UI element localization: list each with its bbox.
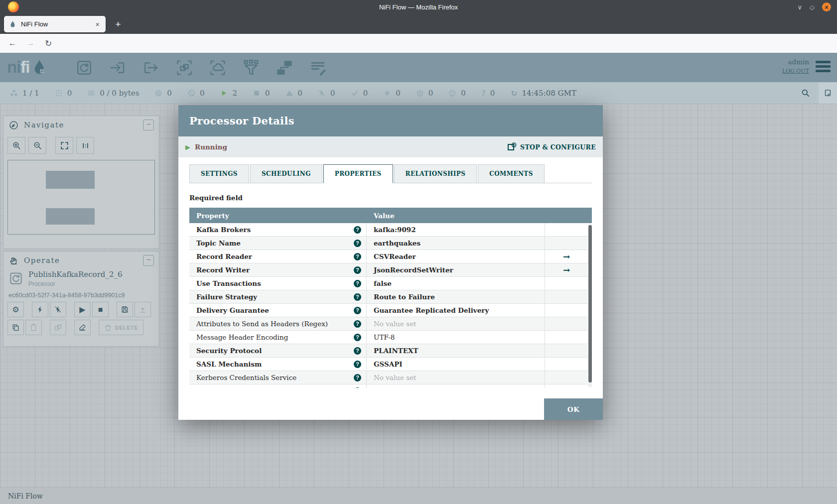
locally-modified-stale-status: 0 <box>448 89 466 98</box>
property-value: JsonRecordSetWriter <box>374 266 453 274</box>
column-property: Property <box>189 212 367 220</box>
property-row: Message Header Encoding?UTF-8 <box>189 331 588 344</box>
window-close-button[interactable]: × <box>822 2 831 11</box>
running-status-icon: ▶ <box>185 143 190 151</box>
nifi-logo: nifi <box>7 58 48 77</box>
back-button[interactable]: ← <box>6 37 19 49</box>
scrollbar-thumb[interactable] <box>588 225 592 382</box>
property-name: Attributes to Send as Headers (Regex) <box>196 320 354 328</box>
property-name: Kerberos Service Name <box>196 387 354 388</box>
property-value: UTF-8 <box>374 333 395 341</box>
flow-canvas[interactable]: Navigate − <box>0 104 837 504</box>
last-refresh: ↻ 14:45:08 GMT <box>510 88 576 98</box>
property-name: Failure Strategy <box>196 293 354 301</box>
drag-process-group-icon[interactable] <box>175 58 194 77</box>
tab-settings[interactable]: SETTINGS <box>189 164 249 183</box>
help-icon[interactable]: ? <box>354 307 361 314</box>
queued-icon <box>87 89 95 97</box>
stale-status: 0 <box>416 89 433 98</box>
dialog-title: Processor Details <box>178 105 603 136</box>
refresh-icon[interactable]: ↻ <box>510 88 517 98</box>
drag-funnel-icon[interactable] <box>242 58 261 77</box>
help-icon[interactable]: ? <box>354 387 361 388</box>
property-name: Delivery Guarantee <box>196 306 354 314</box>
property-name: Record Writer <box>196 266 354 274</box>
browser-tab-bar: NiFi Flow × + <box>0 14 837 34</box>
property-row: Kerberos Service Name?No value set <box>189 384 588 388</box>
help-icon[interactable]: ? <box>354 293 361 301</box>
window-minimize-button[interactable]: ∨ <box>797 4 802 10</box>
property-row: Kerberos Credentials Service?No value se… <box>189 371 588 384</box>
ok-button[interactable]: OK <box>544 398 603 420</box>
help-icon[interactable]: ? <box>354 266 361 274</box>
search-icon[interactable] <box>801 88 810 98</box>
help-icon[interactable]: ? <box>354 253 361 260</box>
drag-output-port-icon[interactable] <box>141 58 160 77</box>
drag-label-icon[interactable] <box>308 58 327 77</box>
property-value: false <box>374 279 392 287</box>
property-row: SASL Mechanism?GSSAPI <box>189 358 588 371</box>
cluster-icon <box>10 89 18 97</box>
reload-button[interactable]: ↻ <box>42 37 55 49</box>
processor-details-dialog: Processor Details ▶ Running STOP & CONFI… <box>178 105 603 420</box>
logout-link[interactable]: LOG OUT <box>782 68 809 74</box>
property-value: PLAINTEXT <box>374 347 418 355</box>
not-transmitting-status: 0 <box>187 89 205 98</box>
transmitting-icon <box>154 89 162 97</box>
property-value: kafka:9092 <box>374 226 416 234</box>
nifi-header: nifi <box>0 53 837 82</box>
running-icon <box>220 89 228 97</box>
window-title: NiFi Flow — Mozilla Firefox <box>0 3 837 11</box>
drag-input-port-icon[interactable] <box>108 58 127 77</box>
stop-configure-button[interactable]: STOP & CONFIGURE <box>508 143 596 151</box>
property-value: No value set <box>374 387 417 388</box>
help-icon[interactable]: ? <box>354 361 361 368</box>
firefox-logo-icon <box>8 1 19 12</box>
property-value: No value set <box>374 374 417 381</box>
tab-close-icon[interactable]: × <box>94 20 101 28</box>
property-value: earthquakes <box>374 239 420 247</box>
property-row: Security Protocol?PLAINTEXT <box>189 344 588 358</box>
table-scrollbar[interactable] <box>588 224 592 387</box>
help-icon[interactable]: ? <box>354 280 361 287</box>
browser-tab[interactable]: NiFi Flow × <box>4 16 106 32</box>
property-row: Failure Strategy?Route to Failure <box>189 290 588 304</box>
settings-panel-button[interactable] <box>819 82 837 104</box>
new-tab-button[interactable]: + <box>112 18 125 31</box>
help-icon[interactable]: ? <box>354 320 361 328</box>
tab-properties[interactable]: PROPERTIES <box>323 164 393 183</box>
stopped-icon <box>253 89 261 97</box>
property-row: Topic Name?earthquakes <box>189 237 588 250</box>
disabled-status: 0 <box>318 89 335 98</box>
drag-remote-process-group-icon[interactable] <box>208 58 227 77</box>
stopped-status: 0 <box>253 89 270 98</box>
forward-button[interactable]: → <box>24 37 37 49</box>
dialog-status-strip: ▶ Running STOP & CONFIGURE <box>178 136 603 157</box>
drag-template-icon[interactable] <box>275 58 294 77</box>
tab-title: NiFi Flow <box>21 20 94 28</box>
tab-comments[interactable]: COMMENTS <box>478 164 544 183</box>
property-row: Kafka Brokers?kafka:9092 <box>189 223 588 237</box>
help-icon[interactable]: ? <box>354 347 361 355</box>
window-maximize-button[interactable]: ◇ <box>810 4 815 10</box>
global-menu-button[interactable] <box>816 61 831 72</box>
help-icon[interactable]: ? <box>354 374 361 381</box>
tab-relationships[interactable]: RELATIONSHIPS <box>394 164 477 183</box>
tab-scheduling[interactable]: SCHEDULING <box>250 164 322 183</box>
property-row: Attributes to Send as Headers (Regex)?No… <box>189 317 588 331</box>
window-titlebar: NiFi Flow — Mozilla Firefox ∨ ◇ × <box>0 0 837 14</box>
browser-navbar: ← → ↻ https://172.18.0.3:32558/nifi/?pro… <box>0 34 837 53</box>
goto-service-icon[interactable]: → <box>563 252 570 261</box>
screen: NiFi Flow — Mozilla Firefox ∨ ◇ × NiFi F… <box>0 0 837 504</box>
property-row: Record Reader?CSVReader→ <box>189 250 588 263</box>
help-icon[interactable]: ? <box>354 334 361 341</box>
sync-failure-icon: ? <box>481 89 486 98</box>
help-icon[interactable]: ? <box>354 240 361 247</box>
property-row: Delivery Guarantee?Guarantee Replicated … <box>189 304 588 317</box>
help-icon[interactable]: ? <box>354 226 361 234</box>
nifi-favicon-icon <box>9 20 16 28</box>
drag-processor-icon[interactable] <box>75 58 94 77</box>
not-transmitting-icon <box>187 89 195 97</box>
property-name: Topic Name <box>196 239 354 247</box>
goto-service-icon[interactable]: → <box>563 265 570 275</box>
